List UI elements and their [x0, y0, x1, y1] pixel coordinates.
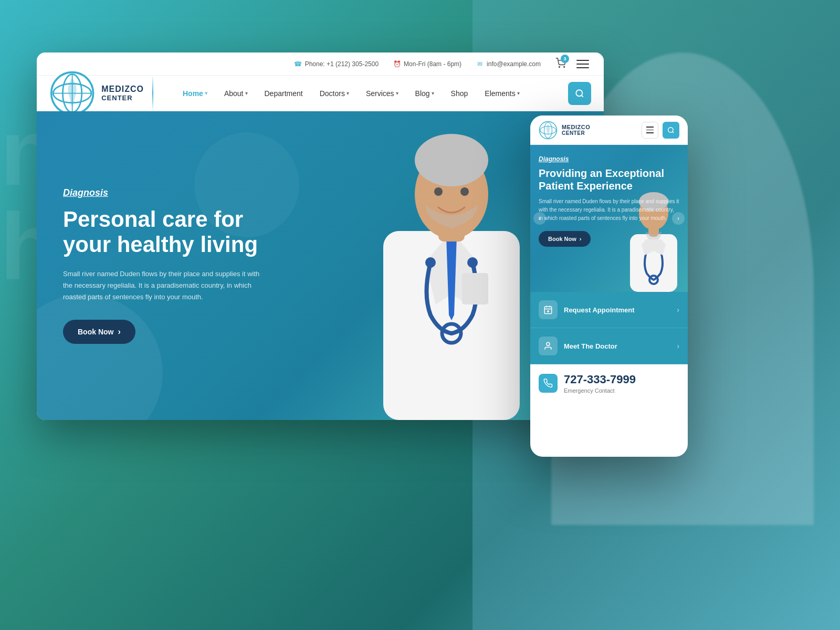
- nav-shop-label: Shop: [451, 89, 468, 98]
- svg-point-13: [460, 187, 469, 196]
- hours-info: ⏰ Mon-Fri (8am - 6pm): [393, 60, 461, 68]
- mobile-hero-content: Diagnosis Providing an Exceptional Patie…: [539, 155, 679, 247]
- mobile-logo-icon: [539, 121, 558, 140]
- hero-tag: Diagnosis: [63, 187, 262, 198]
- doctor-chevron: ›: [677, 342, 679, 350]
- emergency-icon: [539, 374, 558, 393]
- phone-icon: ☎: [295, 60, 302, 68]
- search-button[interactable]: [568, 82, 591, 105]
- svg-point-15: [425, 257, 436, 268]
- nav-about[interactable]: About ▾: [217, 85, 255, 102]
- desktop-window: ☎ Phone: +1 (212) 305-2500 ⏰ Mon-Fri (8a…: [37, 52, 604, 420]
- mobile-window: MEDIZCO CENTER Diagnosis Providing an Ex…: [530, 116, 688, 457]
- emergency-info: 727-333-7999 Emergency Contact: [564, 373, 636, 394]
- mobile-action-left-appointment: Request Appointment: [539, 300, 635, 319]
- nav-blog-label: Blog: [415, 89, 430, 98]
- nav-doctors-arrow: ▾: [346, 90, 349, 96]
- mobile-emergency-contact: 727-333-7999 Emergency Contact: [530, 364, 688, 402]
- clock-icon: ⏰: [393, 60, 401, 68]
- logo-icon: [49, 70, 95, 116]
- emergency-number: 727-333-7999: [564, 373, 636, 386]
- appointment-icon: [539, 300, 558, 319]
- mobile-logo-text: MEDIZCO CENTER: [562, 124, 590, 136]
- hours-label: Mon-Fri (8am - 6pm): [404, 60, 461, 68]
- mobile-hero-description: Small river named Duden flows by their p…: [539, 197, 679, 223]
- hero-title: Personal care for your healthy living: [63, 207, 262, 258]
- nav-department-label: Department: [265, 89, 303, 98]
- logo-sub: CENTER: [101, 94, 144, 102]
- nav-elements[interactable]: Elements ▾: [477, 85, 527, 102]
- doctor-label: Meet The Doctor: [564, 342, 617, 350]
- nav-home[interactable]: Home ▾: [175, 85, 215, 102]
- hero-description: Small river named Duden flows by their p…: [63, 268, 262, 303]
- svg-point-16: [467, 257, 478, 268]
- email-label: info@example.com: [487, 60, 541, 68]
- logo: MEDIZCO CENTER: [49, 70, 144, 116]
- phone-number: Phone: +1 (212) 305-2500: [305, 60, 379, 68]
- mobile-meet-doctor[interactable]: Meet The Doctor ›: [530, 328, 688, 364]
- phone-info: ☎ Phone: +1 (212) 305-2500: [295, 60, 379, 68]
- email-info: ✉ info@example.com: [476, 60, 541, 68]
- cart-button[interactable]: 3: [555, 58, 566, 70]
- mobile-hamburger-button[interactable]: [642, 122, 658, 139]
- doctor-icon: [539, 337, 558, 355]
- appointment-label: Request Appointment: [564, 306, 635, 314]
- nav-doctors[interactable]: Doctors ▾: [312, 85, 356, 102]
- mobile-book-chevron: ›: [580, 236, 582, 242]
- logo-main: MEDIZCO: [101, 84, 144, 94]
- mobile-action-left-doctor: Meet The Doctor: [539, 337, 617, 355]
- nav-shop[interactable]: Shop: [444, 85, 476, 102]
- svg-point-0: [559, 66, 560, 67]
- nav-department[interactable]: Department: [257, 85, 310, 102]
- svg-point-1: [564, 66, 565, 67]
- book-btn-label: Book Now: [78, 328, 113, 336]
- nav-services-arrow: ▾: [396, 90, 398, 96]
- mobile-logo: MEDIZCO CENTER: [539, 121, 590, 140]
- mobile-hero-tag: Diagnosis: [539, 155, 679, 163]
- hero-doctor-image: [341, 116, 562, 420]
- nav-bar: MEDIZCO CENTER Home ▾ About ▾ Department…: [37, 76, 604, 111]
- nav-home-label: Home: [183, 89, 203, 98]
- mobile-search-button[interactable]: [663, 122, 679, 139]
- svg-point-7: [576, 90, 582, 96]
- mobile-logo-sub: CENTER: [562, 130, 590, 136]
- hamburger-button[interactable]: [574, 56, 591, 72]
- nav-home-arrow: ▾: [205, 90, 207, 96]
- book-now-button[interactable]: Book Now ›: [63, 320, 135, 344]
- mobile-prev-button[interactable]: ‹: [533, 212, 546, 225]
- mobile-next-button[interactable]: ›: [672, 212, 685, 225]
- logo-text: MEDIZCO CENTER: [101, 84, 144, 102]
- mobile-book-button[interactable]: Book Now ›: [539, 231, 591, 247]
- mobile-request-appointment[interactable]: Request Appointment ›: [530, 292, 688, 328]
- nav-blog-arrow: ▾: [432, 90, 434, 96]
- svg-rect-17: [462, 273, 488, 304]
- nav-blog[interactable]: Blog ▾: [408, 85, 442, 102]
- nav-divider: [152, 76, 153, 111]
- mobile-hero: Diagnosis Providing an Exceptional Patie…: [530, 145, 688, 292]
- hero-section: Diagnosis Personal care for your healthy…: [37, 111, 604, 420]
- mobile-book-label: Book Now: [548, 236, 576, 242]
- book-btn-chevron: ›: [118, 327, 120, 337]
- nav-about-arrow: ▾: [245, 90, 248, 96]
- mobile-hero-title: Providing an Exceptional Patient Experie…: [539, 167, 679, 192]
- svg-point-11: [415, 134, 488, 186]
- emergency-label: Emergency Contact: [564, 387, 636, 394]
- nav-elements-label: Elements: [485, 89, 515, 98]
- svg-point-21: [668, 127, 673, 132]
- top-bar-actions: 3: [555, 56, 591, 72]
- cart-badge: 3: [561, 55, 569, 63]
- mobile-top-bar: MEDIZCO CENTER: [530, 116, 688, 145]
- mobile-logo-main: MEDIZCO: [562, 124, 590, 130]
- doctor-svg: [341, 116, 562, 420]
- nav-services[interactable]: Services ▾: [359, 85, 406, 102]
- nav-menu: Home ▾ About ▾ Department Doctors ▾ Serv…: [175, 85, 568, 102]
- nav-services-label: Services: [366, 89, 394, 98]
- email-icon: ✉: [476, 60, 484, 68]
- svg-point-12: [434, 187, 443, 196]
- appointment-chevron: ›: [677, 306, 679, 314]
- mobile-top-actions: [642, 122, 679, 139]
- nav-elements-arrow: ▾: [517, 90, 520, 96]
- nav-doctors-label: Doctors: [320, 89, 345, 98]
- nav-about-label: About: [224, 89, 244, 98]
- hero-content: Diagnosis Personal care for your healthy…: [37, 166, 289, 365]
